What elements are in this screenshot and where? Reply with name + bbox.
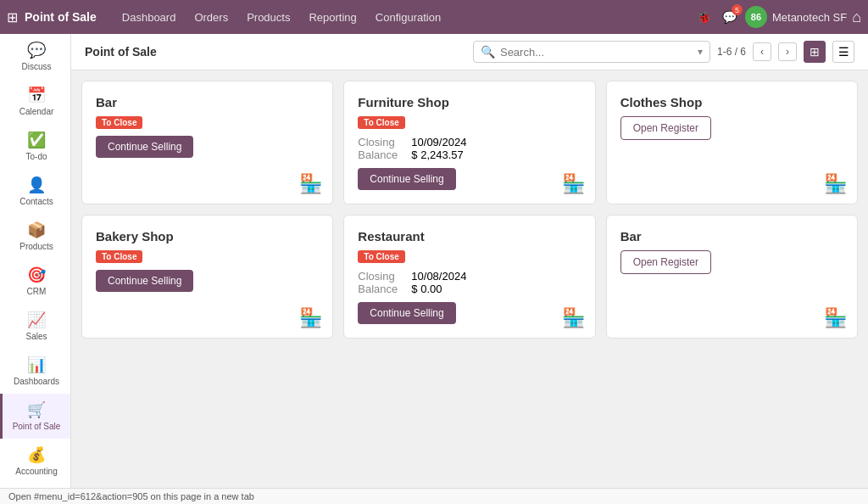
- home-icon[interactable]: ⌂: [852, 8, 861, 26]
- sidebar-item-calendar[interactable]: 📅Calendar: [0, 79, 70, 124]
- sidebar-icon-5: 🎯: [27, 266, 46, 284]
- pos-register-icon-3: 🏪: [299, 307, 322, 329]
- content-header: Point of Sale 🔍 ▾ 1-6 / 6 ‹ › ⊞ ☰: [71, 34, 868, 70]
- card-status-4: To Close: [358, 250, 404, 263]
- pos-register-icon-1: 🏪: [562, 173, 585, 195]
- nav-links: Dashboard Orders Products Reporting Conf…: [114, 8, 691, 27]
- sidebar-icon-8: 🛒: [27, 400, 46, 419]
- header-right: 🔍 ▾ 1-6 / 6 ‹ › ⊞ ☰: [473, 41, 854, 63]
- status-bar: Open #menu_id=612&action=905 on this pag…: [0, 488, 868, 504]
- pos-cards-grid: BarTo CloseContinue Selling🏪Furniture Sh…: [71, 70, 868, 488]
- sidebar-item-products[interactable]: 📦Products: [0, 214, 70, 259]
- pos-register-icon-5: 🏪: [824, 307, 847, 329]
- sidebar-label-0: Discuss: [21, 62, 51, 72]
- card-title-2: Clothes Shop: [620, 95, 843, 109]
- card-action-btn-3[interactable]: Continue Selling: [96, 270, 193, 292]
- sidebar-item-crm[interactable]: 🎯CRM: [0, 259, 70, 304]
- card-title-5: Bar: [620, 229, 843, 244]
- sidebar-label-8: Point of Sale: [13, 422, 61, 432]
- card-title-3: Bakery Shop: [96, 229, 319, 244]
- card-action-btn-2[interactable]: Open Register: [620, 116, 711, 140]
- card-title-0: Bar: [96, 95, 319, 109]
- card-action-btn-0[interactable]: Continue Selling: [96, 136, 193, 158]
- card-status-3: To Close: [96, 250, 142, 263]
- kanban-view-btn[interactable]: ⊞: [804, 41, 826, 63]
- card-action-btn-5[interactable]: Open Register: [620, 250, 711, 274]
- right-icons: 🐞 💬 5 86 Metanotech SF ⌂: [694, 6, 861, 28]
- sidebar-label-2: To-do: [25, 152, 47, 162]
- search-icon: 🔍: [481, 45, 495, 59]
- nav-configuration[interactable]: Configuration: [367, 8, 449, 27]
- nav-reporting[interactable]: Reporting: [300, 8, 364, 27]
- sidebar-item-dashboards[interactable]: 📊Dashboards: [0, 349, 70, 394]
- sidebar-label-9: Accounting: [15, 467, 57, 477]
- sidebar: 💬Discuss📅Calendar✅To-do👤Contacts📦Product…: [0, 34, 71, 488]
- search-dropdown-arrow[interactable]: ▾: [698, 46, 703, 58]
- card-status-1: To Close: [358, 116, 404, 129]
- bug-icon-btn[interactable]: 🐞: [694, 7, 715, 27]
- pos-card-bakery-shop: Bakery ShopTo CloseContinue Selling🏪: [81, 215, 333, 339]
- company-name: Metanotech SF: [772, 11, 847, 24]
- sidebar-item-discuss[interactable]: 💬Discuss: [0, 34, 70, 79]
- app-title: Point of Sale: [25, 10, 97, 24]
- sidebar-item-sales[interactable]: 📈Sales: [0, 304, 70, 349]
- sidebar-label-5: CRM: [27, 287, 47, 297]
- main-content: Point of Sale 🔍 ▾ 1-6 / 6 ‹ › ⊞ ☰ BarTo …: [71, 34, 868, 488]
- sidebar-icon-0: 💬: [27, 41, 46, 59]
- pos-card-clothes-shop: Clothes ShopOpen Register🏪: [606, 81, 858, 204]
- nav-orders[interactable]: Orders: [186, 8, 236, 27]
- sidebar-icon-7: 📊: [27, 356, 46, 374]
- card-action-btn-4[interactable]: Continue Selling: [358, 302, 455, 324]
- sidebar-item-to-do[interactable]: ✅To-do: [0, 124, 70, 169]
- user-avatar-btn[interactable]: 86: [745, 6, 767, 28]
- card-action-btn-1[interactable]: Continue Selling: [358, 168, 455, 190]
- card-status-0: To Close: [96, 116, 142, 129]
- sidebar-icon-9: 💰: [27, 445, 46, 464]
- sidebar-label-3: Contacts: [19, 197, 53, 207]
- sidebar-label-1: Calendar: [19, 107, 54, 117]
- breadcrumb: Point of Sale: [85, 45, 157, 59]
- sidebar-label-7: Dashboards: [14, 377, 59, 387]
- list-view-btn[interactable]: ☰: [832, 41, 854, 63]
- card-title-1: Furniture Shop: [358, 95, 581, 109]
- sidebar-icon-3: 👤: [27, 176, 46, 194]
- status-text: Open #menu_id=612&action=905 on this pag…: [8, 491, 254, 501]
- pos-card-furniture-shop: Furniture ShopTo Close Closing Balance 1…: [343, 81, 595, 204]
- grid-menu-icon[interactable]: ⊞: [7, 9, 18, 25]
- sidebar-item-point-of-sale[interactable]: 🛒Point of Sale: [0, 394, 70, 439]
- nav-dashboard[interactable]: Dashboard: [114, 8, 185, 27]
- sidebar-item-contacts[interactable]: 👤Contacts: [0, 169, 70, 214]
- pos-card-restaurant: RestaurantTo Close Closing Balance 10/08…: [343, 215, 595, 339]
- main-layout: 💬Discuss📅Calendar✅To-do👤Contacts📦Product…: [0, 34, 868, 488]
- sidebar-label-6: Sales: [25, 332, 47, 342]
- pagination-count: 1-6 / 6: [717, 46, 746, 58]
- sidebar-icon-2: ✅: [27, 131, 46, 149]
- pos-card-bar2: BarOpen Register🏪: [606, 215, 858, 339]
- prev-page-btn[interactable]: ‹: [753, 42, 771, 61]
- message-icon-btn[interactable]: 💬 5: [720, 7, 740, 27]
- pos-register-icon-0: 🏪: [299, 173, 322, 195]
- pos-register-icon-4: 🏪: [562, 307, 585, 329]
- sidebar-item-accounting[interactable]: 💰Accounting: [0, 439, 70, 484]
- pos-register-icon-2: 🏪: [824, 173, 847, 195]
- sidebar-icon-1: 📅: [27, 86, 46, 104]
- sidebar-label-4: Products: [19, 242, 53, 252]
- sidebar-icon-4: 📦: [27, 221, 46, 239]
- message-badge: 5: [732, 4, 743, 15]
- top-navigation: ⊞ Point of Sale Dashboard Orders Product…: [0, 0, 868, 34]
- search-input[interactable]: [500, 46, 693, 59]
- search-box: 🔍 ▾: [473, 41, 710, 63]
- sidebar-icon-6: 📈: [27, 311, 46, 329]
- nav-products[interactable]: Products: [238, 8, 298, 27]
- card-closing-info-1: Closing Balance 10/09/2024 $ 2,243.57: [358, 136, 581, 161]
- next-page-btn[interactable]: ›: [778, 42, 797, 61]
- card-title-4: Restaurant: [358, 229, 581, 244]
- card-closing-info-4: Closing Balance 10/08/2024 $ 0.00: [358, 270, 581, 295]
- pos-card-bar: BarTo CloseContinue Selling🏪: [81, 81, 333, 204]
